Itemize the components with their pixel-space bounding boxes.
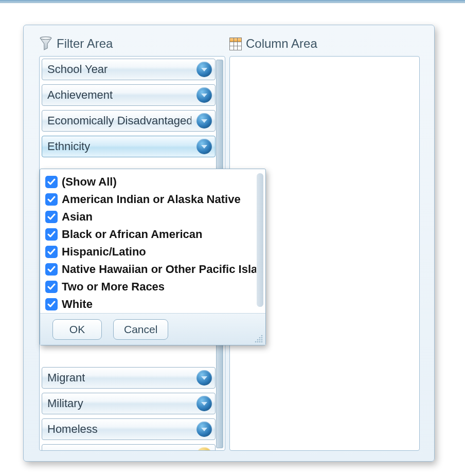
chevron-down-icon bbox=[201, 426, 208, 432]
ethnicity-option-show-all[interactable]: (Show All) bbox=[45, 173, 256, 191]
svg-point-0 bbox=[40, 37, 51, 40]
column-area-header: Column Area bbox=[229, 36, 317, 51]
checkbox-checked-icon[interactable] bbox=[45, 298, 58, 310]
ethnicity-option-label: (Show All) bbox=[62, 175, 117, 189]
filter-chip-label: Assessment bbox=[47, 448, 109, 451]
ethnicity-option-black[interactable]: Black or African American bbox=[45, 226, 256, 243]
filter-area-header: Filter Area bbox=[39, 36, 113, 51]
ethnicity-option-american-indian[interactable]: American Indian or Alaska Native bbox=[45, 191, 256, 208]
ethnicity-option-asian[interactable]: Asian bbox=[45, 208, 256, 226]
chevron-down-icon bbox=[201, 66, 208, 72]
ethnicity-option-list: (Show All) American Indian or Alaska Nat… bbox=[40, 169, 265, 313]
ethnicity-option-label: White bbox=[62, 298, 93, 311]
popup-footer: OK Cancel bbox=[40, 313, 265, 345]
svg-point-10 bbox=[261, 341, 263, 343]
ethnicity-option-label: Native Hawaiian or Other Pacific Islande… bbox=[62, 263, 256, 276]
chip-dropdown-button[interactable] bbox=[196, 447, 212, 451]
chip-dropdown-button[interactable] bbox=[196, 139, 212, 154]
ok-button[interactable]: OK bbox=[52, 319, 102, 340]
chevron-down-icon bbox=[201, 375, 208, 381]
checkbox-checked-icon[interactable] bbox=[45, 263, 58, 276]
ethnicity-filter-popup: (Show All) American Indian or Alaska Nat… bbox=[40, 169, 266, 345]
svg-point-3 bbox=[261, 337, 263, 339]
chip-dropdown-button[interactable] bbox=[196, 422, 212, 437]
ethnicity-option-label: Two or More Races bbox=[62, 280, 165, 294]
funnel-icon bbox=[39, 36, 52, 51]
svg-point-5 bbox=[259, 339, 261, 341]
chip-dropdown-button[interactable] bbox=[196, 62, 212, 77]
checkbox-checked-icon[interactable] bbox=[45, 228, 58, 241]
svg-point-8 bbox=[257, 341, 259, 343]
cancel-button[interactable]: Cancel bbox=[113, 319, 168, 340]
resize-grip-icon[interactable] bbox=[254, 334, 263, 343]
grid-icon bbox=[229, 38, 242, 50]
ethnicity-option-label: American Indian or Alaska Native bbox=[62, 193, 241, 206]
chip-dropdown-button[interactable] bbox=[196, 113, 212, 129]
filter-chip-label: School Year bbox=[47, 63, 108, 76]
filter-area-label: Filter Area bbox=[57, 36, 113, 51]
top-divider bbox=[0, 0, 465, 3]
svg-point-2 bbox=[259, 337, 261, 339]
checkbox-checked-icon[interactable] bbox=[45, 211, 58, 223]
ethnicity-option-native-hawaiian[interactable]: Native Hawaiian or Other Pacific Islande… bbox=[45, 261, 256, 278]
checkbox-checked-icon[interactable] bbox=[45, 193, 58, 206]
svg-point-6 bbox=[261, 339, 263, 341]
svg-point-4 bbox=[257, 339, 259, 341]
chevron-down-icon bbox=[201, 400, 208, 407]
checkbox-checked-icon[interactable] bbox=[45, 176, 58, 188]
ethnicity-option-label: Hispanic/Latino bbox=[62, 245, 146, 259]
filter-chip-econ-disadvantaged[interactable]: Economically Disadvantaged bbox=[42, 110, 216, 132]
filter-chip-achievement[interactable]: Achievement bbox=[42, 84, 216, 106]
filter-chip-label: Ethnicity bbox=[47, 140, 90, 153]
chevron-down-icon bbox=[201, 92, 208, 98]
svg-point-1 bbox=[261, 335, 263, 337]
filter-chip-label: Military bbox=[47, 397, 83, 410]
ethnicity-option-hispanic[interactable]: Hispanic/Latino bbox=[45, 243, 256, 261]
checkbox-checked-icon[interactable] bbox=[45, 246, 58, 258]
filter-chip-label: Migrant bbox=[47, 371, 85, 385]
svg-point-7 bbox=[255, 341, 257, 343]
chevron-down-icon bbox=[201, 118, 208, 124]
filter-chip-migrant[interactable]: Migrant bbox=[42, 367, 216, 389]
chip-dropdown-button[interactable] bbox=[196, 87, 212, 103]
ethnicity-option-two-or-more[interactable]: Two or More Races bbox=[45, 278, 256, 296]
ethnicity-option-white[interactable]: White bbox=[45, 296, 256, 313]
column-area-label: Column Area bbox=[246, 36, 317, 51]
ok-button-label: OK bbox=[69, 323, 85, 336]
checkbox-checked-icon[interactable] bbox=[45, 281, 58, 293]
filter-chip-school-year[interactable]: School Year bbox=[42, 59, 216, 80]
filter-chip-label: Homeless bbox=[47, 423, 98, 436]
filter-chip-label: Economically Disadvantaged bbox=[47, 114, 191, 127]
filter-chip-ethnicity[interactable]: Ethnicity bbox=[42, 136, 216, 157]
chip-dropdown-button[interactable] bbox=[196, 370, 212, 386]
ethnicity-option-label: Black or African American bbox=[62, 228, 202, 241]
popup-scrollbar-thumb[interactable] bbox=[257, 173, 263, 307]
chip-dropdown-button[interactable] bbox=[196, 396, 212, 411]
filter-chip-label: Achievement bbox=[47, 88, 113, 102]
filter-chip-military[interactable]: Military bbox=[42, 393, 216, 414]
ethnicity-option-label: Asian bbox=[62, 210, 93, 224]
filter-chip-assessment[interactable]: Assessment bbox=[42, 444, 216, 451]
filter-chip-homeless[interactable]: Homeless bbox=[42, 418, 216, 440]
cancel-button-label: Cancel bbox=[124, 323, 157, 336]
svg-point-9 bbox=[259, 341, 261, 343]
chevron-down-icon bbox=[201, 143, 208, 150]
